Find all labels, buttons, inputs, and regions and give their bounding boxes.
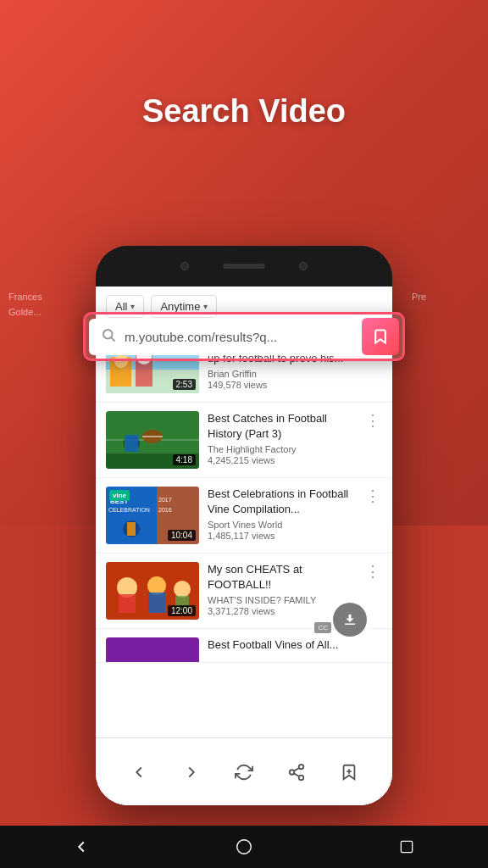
svg-point-33 [290,770,295,775]
svg-line-35 [294,773,299,776]
vine-label: vine [109,490,130,501]
video-channel: WHAT'S INSIDE? FAMILY [208,595,355,605]
video-more-button[interactable]: ⋮ [363,411,382,430]
svg-point-0 [103,330,113,339]
svg-text:CELEBRATION: CELEBRATION [108,507,150,513]
video-duration: 12:00 [168,605,196,616]
video-info: Best Football Vines of All... [208,637,382,655]
video-views: 149,578 views [208,380,355,390]
svg-text:2016: 2016 [158,507,172,513]
svg-line-36 [294,767,299,771]
page-title: Search Video [0,93,488,130]
side-text-right: Pre [412,292,426,302]
svg-point-32 [299,764,304,769]
video-title: Best Catches in Football History (Part 3… [208,411,355,442]
side-text-left: FrancesGolde... [8,292,42,317]
android-back-button[interactable] [64,830,98,864]
phone-camera [180,262,189,270]
download-button[interactable] [333,603,367,637]
browser-nav-bar [96,737,392,805]
filter-type-arrow: ▾ [130,302,135,311]
browser-bookmark-add-button[interactable] [340,763,358,782]
video-more-button[interactable]: ⋮ [363,487,382,505]
svg-rect-30 [345,624,355,626]
video-info: Best Celebrations in Football Vine Compi… [208,487,355,541]
svg-rect-22 [127,522,136,536]
video-duration: 10:04 [168,530,196,541]
video-info: Best Catches in Football History (Part 3… [208,411,355,465]
phone-top-bar [96,246,392,287]
android-recents-button[interactable] [390,830,424,864]
filter-type-label: All [115,300,127,313]
video-more-button[interactable]: ⋮ [363,562,382,581]
svg-rect-25 [119,594,136,613]
browser-forward-button[interactable] [182,763,201,782]
filter-time-arrow: ▾ [203,302,208,311]
search-bar-frame: m.youtube.com/results?q... [83,312,405,361]
svg-point-34 [299,775,304,780]
video-channel: The Highlight Factory [208,444,355,454]
svg-rect-27 [148,593,165,613]
video-duration: 2:53 [173,379,196,390]
video-title: Best Celebrations in Football Vine Compi… [208,487,355,517]
svg-line-1 [111,337,114,341]
phone-screen: All ▾ Anytime ▾ [96,287,392,805]
search-overlay: m.youtube.com/results?q... [83,312,405,361]
video-title: Best Football Vines of All... [208,637,382,653]
video-item[interactable]: BEST CELEBRATION 2017 2016 vine 10:04 Be… [96,478,392,554]
browser-back-button[interactable] [130,763,148,782]
svg-rect-40 [401,841,412,852]
video-channel: Brian Griffin [208,369,355,379]
search-icon [101,327,116,347]
video-item[interactable]: 12:00 My son CHEATS at FOOTBALL!! WHAT'S… [96,554,392,629]
video-item[interactable]: 4:18 Best Catches in Football History (P… [96,403,392,478]
search-url-text[interactable]: m.youtube.com/results?q... [125,330,347,344]
video-info: My son CHEATS at FOOTBALL!! WHAT'S INSID… [208,562,355,616]
svg-rect-31 [106,637,199,663]
android-nav-bar [0,826,488,868]
search-bar-inner: m.youtube.com/results?q... [89,319,358,355]
video-thumbnail[interactable]: 4:18 [106,411,199,469]
svg-point-28 [174,581,191,598]
search-bookmark-button[interactable] [362,318,399,355]
side-content-left: FrancesGolde... [8,288,76,319]
video-views: 1,485,117 views [208,531,355,541]
svg-rect-14 [125,435,138,452]
phone-camera-2 [299,262,308,270]
video-thumbnail[interactable]: BEST CELEBRATION 2017 2016 vine 10:04 [106,487,199,544]
android-home-button[interactable] [227,830,261,864]
video-channel: Sport Vines World [208,520,355,530]
svg-text:2017: 2017 [158,497,172,503]
svg-point-39 [237,840,252,854]
video-views: 4,245,215 views [208,455,355,465]
browser-share-button[interactable] [287,763,306,782]
video-list: 2:53 Family Guy - Stewie signing up for … [96,327,392,805]
side-content-right: Pre [412,288,480,303]
browser-reload-button[interactable] [235,763,253,782]
filter-time-label: Anytime [160,300,200,313]
video-duration: 4:18 [173,454,196,465]
video-title: My son CHEATS at FOOTBALL!! [208,562,355,593]
phone-speaker [223,264,265,269]
video-thumbnail[interactable]: 12:00 [106,562,199,620]
svg-point-26 [147,576,166,595]
video-thumbnail[interactable] [106,637,199,663]
